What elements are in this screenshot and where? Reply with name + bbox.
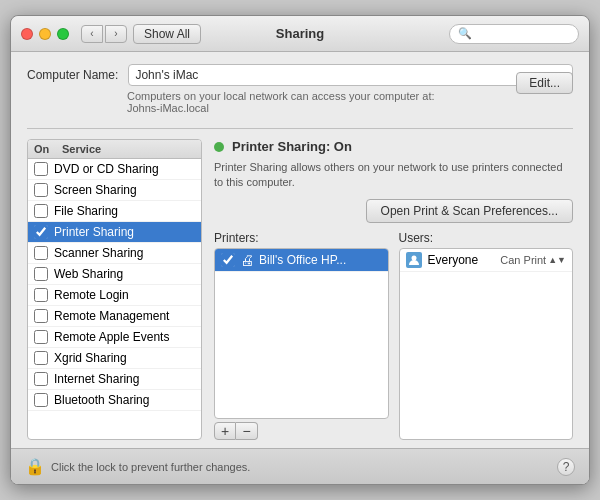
svg-point-0 — [411, 255, 416, 260]
service-panel: On Service DVD or CD Sharing Screen Shar… — [27, 139, 202, 440]
computer-name-row: Computer Name: — [27, 64, 573, 86]
maximize-button[interactable] — [57, 28, 69, 40]
search-icon: 🔍 — [458, 27, 472, 40]
remove-printer-button[interactable]: − — [236, 422, 258, 440]
user-name: Everyone — [428, 253, 501, 267]
desc-line2: Johns-iMac.local — [127, 102, 209, 114]
status-description: Printer Sharing allows others on your ne… — [214, 160, 573, 191]
lock-area[interactable]: 🔒 Click the lock to prevent further chan… — [25, 457, 250, 476]
list-item[interactable]: File Sharing — [28, 201, 201, 222]
search-input[interactable] — [476, 27, 570, 41]
content-area: Computer Name: Computers on your local n… — [11, 52, 589, 448]
service-label: Web Sharing — [54, 267, 123, 281]
service-checkbox[interactable] — [34, 204, 48, 218]
user-item[interactable]: Everyone Can Print▲▼ — [400, 249, 573, 272]
list-item[interactable]: Bluetooth Sharing — [28, 390, 201, 411]
list-item[interactable]: Internet Sharing — [28, 369, 201, 390]
service-checkbox[interactable] — [34, 288, 48, 302]
printer-icon: 🖨 — [240, 252, 254, 268]
users-label: Users: — [399, 231, 574, 245]
status-indicator — [214, 142, 224, 152]
search-box[interactable]: 🔍 — [449, 24, 579, 44]
show-all-button[interactable]: Show All — [133, 24, 201, 44]
list-item[interactable]: Xgrid Sharing — [28, 348, 201, 369]
lock-icon[interactable]: 🔒 — [25, 457, 45, 476]
service-checkbox[interactable] — [34, 267, 48, 281]
service-label: Scanner Sharing — [54, 246, 143, 260]
users-list: Everyone Can Print▲▼ — [399, 248, 574, 440]
service-label: Remote Management — [54, 309, 169, 323]
service-checkbox[interactable] — [34, 330, 48, 344]
header-service: Service — [62, 143, 195, 155]
printer-item[interactable]: 🖨 Bill's Office HP... — [215, 249, 388, 272]
service-label: File Sharing — [54, 204, 118, 218]
edit-button[interactable]: Edit... — [516, 72, 573, 94]
service-checkbox[interactable] — [34, 351, 48, 365]
service-label: Remote Login — [54, 288, 129, 302]
traffic-lights — [21, 28, 69, 40]
computer-info-row: Computers on your local network can acce… — [27, 90, 573, 114]
service-label: Printer Sharing — [54, 225, 134, 239]
desc-line1: Computers on your local network can acce… — [127, 90, 435, 102]
service-label: DVD or CD Sharing — [54, 162, 159, 176]
nav-buttons: ‹ › — [81, 25, 127, 43]
service-checkbox[interactable] — [34, 225, 48, 239]
service-checkbox[interactable] — [34, 246, 48, 260]
permission-arrow: ▲▼ — [548, 255, 566, 265]
service-label: Internet Sharing — [54, 372, 139, 386]
main-split: On Service DVD or CD Sharing Screen Shar… — [27, 139, 573, 440]
service-list-header: On Service — [28, 140, 201, 159]
list-item[interactable]: Scanner Sharing — [28, 243, 201, 264]
back-button[interactable]: ‹ — [81, 25, 103, 43]
users-column: Users: Everyone — [399, 231, 574, 440]
list-item[interactable]: Remote Management — [28, 306, 201, 327]
printers-column: Printers: 🖨 Bill's Office HP... + − — [214, 231, 389, 440]
printers-label: Printers: — [214, 231, 389, 245]
service-checkbox[interactable] — [34, 309, 48, 323]
service-label: Remote Apple Events — [54, 330, 169, 344]
header-on: On — [34, 143, 62, 155]
close-button[interactable] — [21, 28, 33, 40]
printer-name: Bill's Office HP... — [259, 253, 346, 267]
list-item-selected[interactable]: Printer Sharing — [28, 222, 201, 243]
titlebar: ‹ › Show All Sharing 🔍 — [11, 16, 589, 52]
sharing-window: ‹ › Show All Sharing 🔍 Computer Name: Co… — [10, 15, 590, 485]
computer-info-text: Computers on your local network can acce… — [127, 90, 516, 114]
status-title: Printer Sharing: On — [232, 139, 352, 154]
user-icon — [406, 252, 422, 268]
printers-users-section: Printers: 🖨 Bill's Office HP... + − — [214, 231, 573, 440]
user-permission: Can Print▲▼ — [500, 254, 566, 266]
bottom-bar: 🔒 Click the lock to prevent further chan… — [11, 448, 589, 484]
add-printer-button[interactable]: + — [214, 422, 236, 440]
printers-list: 🖨 Bill's Office HP... — [214, 248, 389, 419]
lock-text: Click the lock to prevent further change… — [51, 461, 250, 473]
help-button[interactable]: ? — [557, 458, 575, 476]
window-title: Sharing — [276, 26, 324, 41]
service-label: Bluetooth Sharing — [54, 393, 149, 407]
service-checkbox[interactable] — [34, 372, 48, 386]
list-item[interactable]: Remote Apple Events — [28, 327, 201, 348]
service-list: DVD or CD Sharing Screen Sharing File Sh… — [28, 159, 201, 439]
right-panel: Printer Sharing: On Printer Sharing allo… — [214, 139, 573, 440]
open-prefs-button[interactable]: Open Print & Scan Preferences... — [366, 199, 573, 223]
computer-name-input[interactable] — [128, 64, 573, 86]
service-label: Screen Sharing — [54, 183, 137, 197]
printer-checkbox[interactable] — [221, 253, 235, 267]
list-item[interactable]: Remote Login — [28, 285, 201, 306]
forward-button[interactable]: › — [105, 25, 127, 43]
service-label: Xgrid Sharing — [54, 351, 127, 365]
list-item[interactable]: Screen Sharing — [28, 180, 201, 201]
list-item[interactable]: Web Sharing — [28, 264, 201, 285]
status-header: Printer Sharing: On — [214, 139, 573, 154]
divider — [27, 128, 573, 129]
printers-controls: + − — [214, 422, 258, 440]
service-checkbox[interactable] — [34, 183, 48, 197]
minimize-button[interactable] — [39, 28, 51, 40]
service-checkbox[interactable] — [34, 162, 48, 176]
list-item[interactable]: DVD or CD Sharing — [28, 159, 201, 180]
service-checkbox[interactable] — [34, 393, 48, 407]
computer-name-label: Computer Name: — [27, 68, 118, 82]
